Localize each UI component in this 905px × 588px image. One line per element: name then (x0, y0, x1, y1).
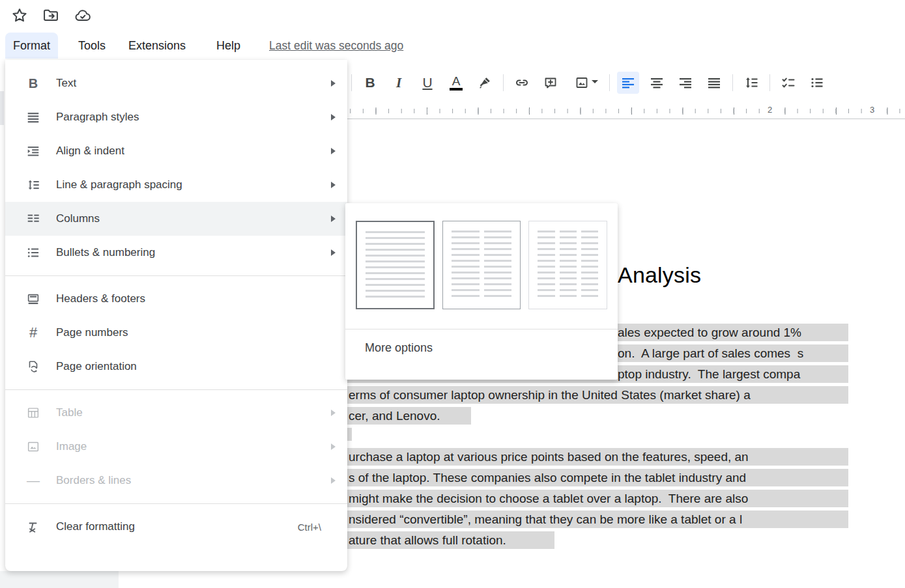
text-fragment: urchase a laptop at various price points… (349, 448, 749, 466)
submenu-arrow-icon (331, 182, 336, 188)
paint-format-button[interactable] (474, 72, 496, 94)
menu-item-bullets-numbering[interactable]: Bullets & numbering (5, 236, 347, 270)
column-options-row (345, 203, 618, 309)
align-indent-icon (25, 143, 42, 160)
menu-item-headers-footers[interactable]: Headers & footers (5, 282, 347, 316)
menu-item-label: Borders & lines (56, 474, 331, 487)
submenu-arrow-icon (331, 443, 336, 450)
clear-formatting-icon (25, 518, 42, 535)
menu-item-label: Clear formatting (56, 520, 298, 533)
submenu-arrow-icon (331, 80, 336, 87)
menu-item-image: Image (5, 430, 347, 464)
menu-item-paragraph-styles[interactable]: Paragraph styles (5, 100, 347, 134)
selected-text-line[interactable]: s of the laptop. These companies also co… (347, 469, 848, 486)
menu-divider (5, 275, 347, 276)
menu-divider (5, 503, 347, 504)
menu-item-label: Table (56, 406, 331, 419)
menu-item-clear-formatting[interactable]: Clear formatting Ctrl+\ (5, 510, 347, 544)
text-fragment: nsidered “convertible”, meaning that the… (349, 511, 742, 528)
star-icon[interactable] (10, 7, 29, 25)
menu-item-text[interactable]: B Text (5, 66, 347, 100)
text-fragment: ptop industry. The largest compa (618, 365, 800, 383)
menu-help[interactable]: Help (208, 33, 248, 59)
three-columns-option[interactable] (528, 221, 607, 309)
submenu-arrow-icon (331, 216, 336, 222)
menu-format[interactable]: Format (5, 33, 58, 59)
insert-link-button[interactable] (511, 72, 533, 94)
add-comment-button[interactable] (539, 72, 562, 94)
more-options-item[interactable]: More options (345, 329, 618, 366)
menu-item-label: Paragraph styles (56, 111, 331, 124)
column-stripes (366, 231, 425, 299)
justify-button[interactable] (703, 72, 725, 94)
text-fragment: ales expected to grow around 1% (618, 324, 801, 341)
menu-tools[interactable]: Tools (70, 33, 113, 59)
align-right-button[interactable] (674, 72, 697, 94)
toolbar: B I U A (347, 64, 905, 102)
cloud-saved-icon[interactable] (74, 7, 92, 25)
horizontal-ruler[interactable]: 2 3 4 5 6 (347, 103, 905, 119)
headers-footers-icon (25, 290, 42, 307)
underline-button[interactable]: U (416, 72, 438, 94)
image-icon (25, 438, 42, 455)
italic-button[interactable]: I (388, 72, 410, 94)
image-dropdown-caret[interactable] (587, 74, 596, 92)
columns-submenu-panel: More options (345, 203, 618, 380)
column-stripes (538, 231, 554, 300)
last-edit-status[interactable]: Last edit was seconds ago (269, 33, 403, 59)
menu-divider (5, 389, 347, 390)
column-stripes (484, 231, 512, 300)
menu-bar: Format Tools Extensions Help Last edit w… (0, 33, 905, 59)
insert-image-button[interactable] (568, 72, 602, 94)
selected-text-line[interactable]: cer, and Lenovo. (347, 407, 471, 425)
selected-text-line[interactable]: might make the decision to choose a tabl… (347, 490, 848, 507)
menu-extensions[interactable]: Extensions (121, 33, 194, 59)
checklist-button[interactable] (777, 72, 799, 94)
selected-text-line[interactable]: urchase a laptop at various price points… (347, 448, 848, 466)
ruler-ticks (347, 103, 905, 119)
toolbar-divider (503, 74, 504, 91)
menu-item-label: Headers & footers (56, 292, 336, 305)
toolbar-divider (351, 74, 352, 91)
menu-item-page-orientation[interactable]: Page orientation (5, 350, 347, 384)
text-fragment: s of the laptop. These companies also co… (349, 469, 746, 486)
submenu-arrow-icon (331, 410, 336, 416)
table-icon (25, 404, 42, 421)
submenu-arrow-icon (331, 114, 336, 120)
hash-icon: # (25, 324, 42, 341)
text-fragment: on. A large part of sales comes s (618, 344, 803, 362)
horizontal-line-icon: — (25, 472, 42, 489)
paragraph-styles-icon (25, 109, 42, 126)
bold-button[interactable]: B (359, 72, 381, 94)
column-stripes (581, 231, 598, 300)
ruler-number: 2 (765, 105, 775, 115)
document-title[interactable]: Analysis (618, 262, 701, 288)
menu-item-label: Page orientation (56, 360, 336, 373)
menu-item-label: Align & indent (56, 145, 331, 158)
move-folder-icon[interactable] (42, 7, 60, 25)
menu-item-line-spacing[interactable]: Line & paragraph spacing (5, 168, 347, 202)
bulleted-list-button[interactable] (806, 72, 828, 94)
quick-access-bar (0, 0, 905, 31)
menu-item-page-numbers[interactable]: # Page numbers (5, 316, 347, 350)
ruler-number: 3 (867, 105, 877, 115)
selected-empty-line (347, 428, 352, 441)
document-canvas-corner (0, 571, 119, 588)
selected-text-line[interactable]: erms of consumer laptop ownership in the… (347, 386, 848, 404)
selected-text-line[interactable]: nsidered “convertible”, meaning that the… (347, 511, 848, 528)
align-left-button[interactable] (617, 72, 639, 94)
text-fragment: might make the decision to choose a tabl… (349, 490, 748, 507)
text-color-button[interactable]: A (445, 72, 467, 94)
one-column-option[interactable] (356, 221, 435, 309)
menu-item-label: Columns (56, 212, 331, 225)
format-menu-panel: B Text Paragraph styles Align & indent L… (5, 60, 347, 571)
menu-item-align-indent[interactable]: Align & indent (5, 134, 347, 168)
text-color-letter: A (452, 75, 461, 87)
two-columns-option[interactable] (442, 221, 521, 309)
toolbar-divider (732, 74, 733, 91)
align-center-button[interactable] (646, 72, 668, 94)
menu-item-columns[interactable]: Columns (5, 202, 347, 236)
selected-text-line[interactable]: ature that allows full rotation. (347, 531, 554, 549)
bold-icon: B (25, 75, 42, 92)
line-spacing-button[interactable] (740, 72, 762, 94)
